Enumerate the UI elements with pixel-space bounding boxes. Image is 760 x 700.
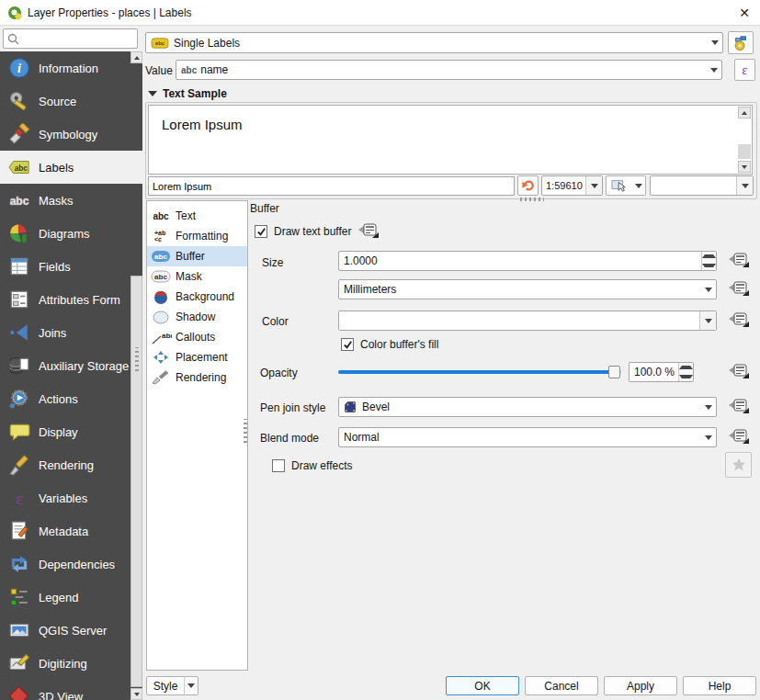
reset-sample-button[interactable] [517,175,539,196]
sidebar-item-actions[interactable]: Actions [0,382,142,415]
data-defined-override-button[interactable] [725,426,753,448]
scale-combo[interactable]: 1:59610 [541,175,603,196]
sidebar: i Information Source Symbology abc Label… [0,51,142,700]
splitter-handle[interactable] [244,419,247,443]
sidebar-item-auxiliary-storage[interactable]: Auxiliary Storage [0,349,142,382]
chevron-down-icon[interactable] [699,311,716,330]
value-combo[interactable]: abc name [176,60,722,80]
tab-label: Text [176,209,196,222]
help-button[interactable]: Help [683,676,756,695]
draw-effects-checkbox[interactable] [272,459,285,472]
sidebar-item-3d-view[interactable]: 3D View [0,680,142,700]
customize-effects-button[interactable] [725,452,752,478]
digitizing-icon [8,652,30,674]
sidebar-item-label: Labels [39,161,74,175]
map-cursor-icon [610,178,629,193]
size-spinbox[interactable]: 1.0000 [338,251,717,271]
spin-down-icon[interactable] [702,264,716,267]
font-combo[interactable] [650,175,754,196]
masks-icon: abc [8,189,30,211]
sidebar-item-masks[interactable]: abc Masks [0,184,142,217]
spin-up-icon[interactable] [679,366,693,369]
tab-formatting[interactable]: +ab<c Formatting [147,226,247,246]
cancel-button[interactable]: Cancel [525,676,598,695]
splitter-handle[interactable] [520,198,544,201]
placement-settings-icon [732,35,749,51]
tab-placement[interactable]: Placement [147,347,247,367]
sidebar-item-variables[interactable]: ε Variables [0,481,142,514]
label-type-combo[interactable]: abc Single Labels [145,32,723,53]
opacity-slider[interactable] [338,366,621,378]
sidebar-item-legend[interactable]: Legend [0,581,142,614]
sidebar-item-joins[interactable]: Joins [0,316,142,349]
spin-buttons[interactable] [678,363,693,381]
size-unit-value: Millimeters [344,283,396,296]
opacity-spinbox[interactable]: 100.0 % [629,362,694,382]
attributes-form-icon [8,288,30,310]
automated-placement-button[interactable] [728,31,754,54]
data-defined-override-button[interactable] [725,250,753,272]
sidebar-item-display[interactable]: Display [0,415,142,448]
sidebar-item-label: Joins [39,326,66,340]
map-scale-dropdown[interactable] [632,175,646,196]
tab-text[interactable]: abc Text [147,206,247,226]
sidebar-item-metadata[interactable]: Metadata [0,514,142,548]
sidebar-item-source[interactable]: Source [0,85,142,118]
data-defined-override-button[interactable] [725,396,753,418]
callouts-tab-icon: abc [150,330,172,344]
splitter-handle[interactable] [135,347,139,371]
sidebar-item-symbology[interactable]: Symbology [0,118,142,151]
sidebar-scroll-down[interactable] [130,688,142,700]
spin-down-icon[interactable] [679,375,693,378]
blend-mode-combo[interactable]: Normal [338,427,717,447]
layer-properties-dialog: Layer Properties - places | Labels ✕ i I… [0,0,760,700]
tab-rendering[interactable]: Rendering [147,367,247,388]
expression-builder-button[interactable]: ε [734,59,755,81]
buffer-tab-icon: abc [150,249,172,264]
preview-scroll-down[interactable] [738,161,751,173]
sidebar-item-qgis-server[interactable]: QGIS Server [0,614,142,647]
chevron-down-icon [736,176,753,195]
sidebar-scroll-up[interactable] [130,51,142,63]
sample-text-input[interactable] [148,176,515,196]
sidebar-scrollbar-thumb[interactable] [130,276,142,687]
apply-button[interactable]: Apply [604,676,677,695]
spin-buttons[interactable] [701,252,716,270]
buffer-color-button[interactable] [338,310,717,331]
slider-handle[interactable] [608,366,620,378]
preview-scroll-up[interactable] [738,107,751,119]
tab-mask[interactable]: abc Mask [147,266,247,287]
buffer-panel-title: Buffer [250,202,279,215]
tab-callouts[interactable]: abc Callouts [147,327,247,347]
tab-background[interactable]: Background [147,287,247,307]
ok-button[interactable]: OK [446,676,519,695]
sidebar-item-information[interactable]: i Information [0,51,142,85]
sidebar-item-fields[interactable]: Fields [0,250,142,283]
sidebar-item-diagrams[interactable]: Diagrams [0,217,142,250]
spin-up-icon[interactable] [702,254,716,258]
color-buffer-fill-checkbox[interactable] [341,338,354,351]
draw-text-buffer-checkbox[interactable] [255,225,267,238]
data-defined-override-button[interactable] [725,361,753,383]
search-field[interactable] [19,31,137,46]
collapse-triangle-icon[interactable] [148,91,157,96]
style-button[interactable]: Style [146,676,185,695]
data-defined-override-button[interactable] [725,310,753,332]
search-input[interactable] [3,28,138,49]
sidebar-item-attributes-form[interactable]: Attributes Form [0,283,142,316]
close-icon[interactable]: ✕ [733,4,755,22]
sidebar-item-labels[interactable]: abc Labels [0,151,142,184]
style-dropdown[interactable] [184,676,199,695]
tab-shadow[interactable]: Shadow [147,307,247,327]
sidebar-item-digitizing[interactable]: Digitizing [0,647,142,680]
sidebar-item-rendering[interactable]: Rendering [0,448,142,481]
sample-text-field[interactable] [149,180,514,193]
map-scale-button[interactable] [606,175,633,196]
data-defined-override-button[interactable] [725,278,753,300]
pen-join-style-combo[interactable]: Bevel [338,397,717,417]
size-unit-combo[interactable]: Millimeters [338,279,717,299]
tab-buffer[interactable]: abc Buffer [147,246,247,266]
data-defined-override-button[interactable] [355,220,382,243]
preview-scrollbar-thumb[interactable] [738,144,751,159]
sidebar-item-dependencies[interactable]: Dependencies [0,548,142,581]
